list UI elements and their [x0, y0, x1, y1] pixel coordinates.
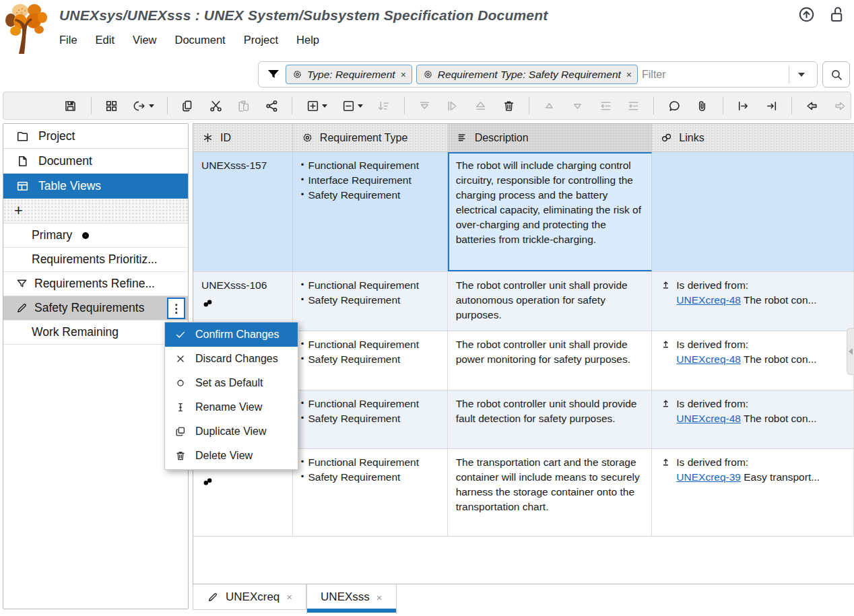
filter-chip[interactable]: Type: Requirement × [286, 65, 412, 84]
column-label: Description [475, 132, 529, 144]
chip-close-icon[interactable]: × [626, 69, 632, 80]
cell-links[interactable]: Is derived from: UNEXcreq-48 The robot c… [652, 331, 854, 390]
cell-description[interactable]: The robot controller unit shall provide … [448, 331, 653, 390]
menu-file[interactable]: File [59, 34, 77, 46]
cell-requirement-type[interactable]: •Functional Requirement •Safety Requirem… [293, 331, 448, 390]
cell-requirement-type[interactable]: •Functional Requirement •Safety Requirem… [293, 390, 448, 448]
comment-button[interactable] [663, 95, 685, 116]
move-last-button[interactable] [760, 95, 782, 116]
cut-button[interactable] [205, 95, 227, 116]
requirement-link[interactable]: UNEXcreq-48 [676, 413, 741, 424]
filter-input[interactable] [642, 69, 789, 81]
chevron-down-icon [798, 73, 805, 77]
filter-dropdown-button[interactable] [789, 66, 813, 83]
paste-button[interactable] [233, 95, 255, 116]
chevron-down-icon [358, 104, 363, 108]
menu-help[interactable]: Help [296, 34, 319, 46]
cell-description[interactable]: The robot controller unit shall provide … [448, 272, 653, 331]
save-button[interactable] [60, 95, 81, 116]
menu-item-duplicate-view[interactable]: Duplicate View [165, 419, 298, 444]
collapse-filter-button[interactable] [414, 95, 436, 116]
menu-item-label: Set as Default [195, 377, 263, 389]
search-button[interactable] [822, 61, 850, 88]
chip-close-icon[interactable]: × [401, 69, 406, 80]
link-preview-text: The robot con... [744, 413, 817, 424]
type-item: Interface Requirement [308, 173, 411, 188]
menu-item-rename-view[interactable]: Rename View [165, 395, 298, 419]
grid-view-button[interactable] [101, 95, 123, 116]
table-row[interactable]: UNEXsss-157 •Functional Requirement •Int… [193, 152, 854, 272]
remove-row-button[interactable] [337, 95, 366, 116]
link-preview-text: Easy transport... [744, 471, 820, 483]
menu-view[interactable]: View [133, 34, 156, 46]
view-item-requirements-refinement[interactable]: Requirements Refine... [3, 272, 188, 296]
cell-requirement-type[interactable]: •Functional Requirement •Safety Requirem… [293, 272, 448, 331]
share-button[interactable] [261, 95, 283, 116]
sort-button[interactable] [373, 95, 395, 116]
cell-links[interactable]: Is derived from: UNEXcreq-48 The robot c… [652, 272, 854, 331]
cell-links[interactable]: Is derived from: UNEXcreq-48 The robot c… [652, 390, 854, 448]
move-first-button[interactable] [733, 95, 754, 116]
menu-item-confirm-changes[interactable]: Confirm Changes [165, 322, 298, 347]
export-button[interactable] [129, 95, 158, 116]
insert-row-button[interactable] [302, 95, 331, 116]
panel-splitter-handle[interactable] [847, 328, 854, 375]
tab-unexcreq[interactable]: UNEXcreq × [193, 584, 306, 610]
requirement-link[interactable]: UNEXcreq-48 [676, 353, 741, 365]
indent-button[interactable] [623, 95, 645, 116]
eject-button[interactable] [470, 95, 492, 116]
view-item-requirements-prioritization[interactable]: Requirements Prioritiz... [3, 248, 188, 272]
column-header-links[interactable]: Links [652, 124, 854, 151]
cell-description[interactable]: The transportation cart and the storage … [448, 449, 653, 536]
menu-item-delete-view[interactable]: Delete View [165, 444, 298, 468]
view-item-primary[interactable]: Primary [3, 224, 188, 248]
plus-box-icon [306, 99, 320, 113]
trash-icon [174, 450, 187, 462]
cell-links[interactable] [652, 152, 854, 271]
view-options-kebab-button[interactable]: ⋮ [167, 298, 185, 319]
menu-project[interactable]: Project [244, 34, 278, 46]
menu-document[interactable]: Document [175, 34, 226, 46]
move-up-button[interactable] [539, 95, 560, 116]
tab-close-icon[interactable]: × [286, 591, 292, 603]
cell-description[interactable]: The robot controller unit should provide… [448, 390, 653, 448]
add-view-button[interactable]: + [3, 199, 188, 224]
column-header-requirement-type[interactable]: Requirement Type [293, 124, 448, 151]
duplicate-icon [174, 425, 187, 438]
requirement-link[interactable]: UNEXcreq-39 [676, 471, 741, 483]
outdent-button[interactable] [595, 95, 616, 116]
triangle-down-icon [570, 99, 585, 113]
cell-requirement-type[interactable]: •Functional Requirement •Interface Requi… [293, 152, 448, 271]
cell-id[interactable]: UNEXsss-157 [193, 152, 293, 271]
page-title: UNEXsys/UNEXsss : UNEX System/Subsystem … [59, 7, 548, 24]
gear-icon [301, 131, 314, 144]
view-item-safety-requirements[interactable]: Safety Requirements ⋮ [3, 296, 188, 320]
column-header-description[interactable]: Description [448, 124, 653, 151]
view-item-work-remaining[interactable]: Work Remaining [3, 320, 188, 345]
unlocked-icon[interactable] [828, 5, 846, 24]
tab-close-icon[interactable]: × [376, 592, 383, 603]
sidebar-item-table-views[interactable]: Table Views [3, 174, 188, 199]
description-text: The robot controller unit shall provide … [456, 279, 628, 320]
cell-description-selected[interactable]: The robot will include charging control … [448, 152, 653, 271]
navigate-forward-button[interactable] [829, 95, 851, 116]
sidebar-item-project[interactable]: Project [3, 124, 188, 149]
attachment-button[interactable] [692, 95, 713, 116]
menu-item-set-as-default[interactable]: Set as Default [165, 371, 298, 395]
column-header-id[interactable]: ID [193, 124, 293, 151]
sidebar-item-document[interactable]: Document [3, 149, 188, 174]
share-up-icon[interactable] [797, 5, 816, 24]
filter-chip[interactable]: Requirement Type: Safety Requirement × [416, 65, 638, 84]
move-down-button[interactable] [567, 95, 589, 116]
delete-button[interactable] [498, 95, 519, 116]
cell-requirement-type[interactable]: •Functional Requirement •Safety Requirem… [293, 449, 448, 536]
menu-edit[interactable]: Edit [96, 34, 114, 46]
requirement-link[interactable]: UNEXcreq-48 [676, 294, 741, 306]
copy-button[interactable] [177, 95, 199, 116]
run-next-button[interactable] [442, 95, 463, 116]
tab-unexsss[interactable]: UNEXsss × [306, 584, 397, 614]
filter-bar[interactable]: Type: Requirement × Requirement Type: Sa… [258, 61, 818, 88]
cell-links[interactable]: Is derived from: UNEXcreq-39 Easy transp… [652, 449, 854, 536]
menu-item-discard-changes[interactable]: Discard Changes [165, 347, 298, 371]
navigate-back-button[interactable] [801, 95, 823, 116]
